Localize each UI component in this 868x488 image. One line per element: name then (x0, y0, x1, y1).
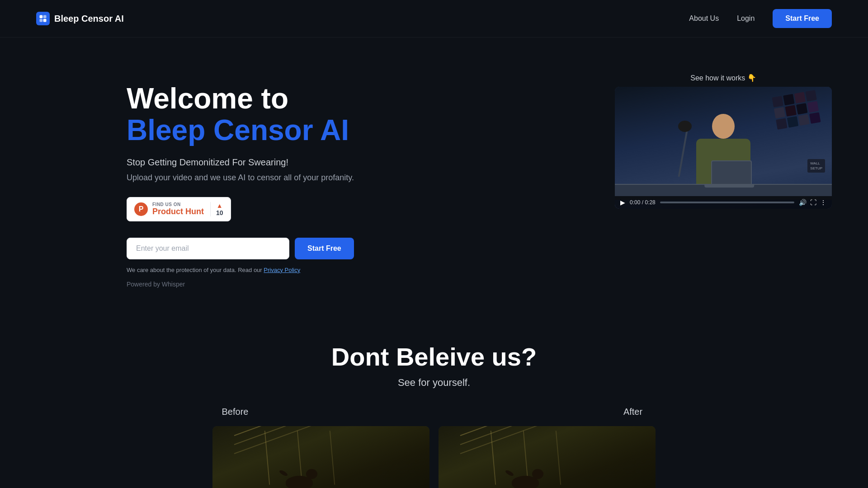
ph-vote-count: 10 (216, 209, 223, 216)
hero-title-line1: Welcome to (127, 83, 398, 114)
video-controls-right: 🔊 ⛶ ⋮ (799, 199, 826, 206)
see-how-label: See how it works 👇 (690, 74, 756, 82)
ph-product-hunt-label: Product Hunt (152, 207, 204, 216)
hero-right: See how it works 👇 (615, 74, 832, 209)
dont-believe-title: Dont Beleive us? (36, 342, 832, 371)
before-video-inner: ANGL (212, 426, 429, 488)
ph-find-us-label: FIND US ON (152, 202, 204, 207)
login-link[interactable]: Login (737, 14, 755, 23)
product-hunt-text: FIND US ON Product Hunt (152, 202, 204, 216)
hero-title-line2: Bleep Censor AI (127, 114, 398, 146)
navbar: Bleep Censor AI About Us Login Start Fre… (0, 0, 868, 38)
hero-subtitle2: Upload your video and we use AI to censo… (127, 173, 398, 183)
svg-rect-3 (43, 19, 47, 22)
hero-subtitle1: Stop Getting Demonitized For Swearing! (127, 157, 398, 168)
volume-button[interactable]: 🔊 (799, 199, 807, 206)
before-after-labels: Before After (36, 407, 832, 417)
time-display: 0:00 / 0:28 (630, 199, 656, 206)
about-us-link[interactable]: About Us (689, 14, 719, 23)
logo[interactable]: Bleep Censor AI (36, 12, 124, 25)
privacy-policy-link[interactable]: Privacy Policy (264, 267, 300, 273)
fullscreen-button[interactable]: ⛶ (810, 199, 816, 206)
dont-believe-subtitle: See for yourself. (36, 377, 832, 389)
demo-video[interactable]: WALL SETUP ▶ 0:00 / 0:28 🔊 ⛶ ⋮ (615, 87, 832, 209)
hero-left: Welcome to Bleep Censor AI Stop Getting … (127, 74, 398, 288)
product-hunt-badge[interactable]: P FIND US ON Product Hunt ▲ 10 (127, 197, 231, 221)
progress-bar[interactable] (660, 202, 794, 203)
powered-by-text: Powered by Whisper (127, 281, 398, 288)
svg-rect-0 (40, 15, 43, 19)
play-button[interactable]: ▶ (620, 199, 625, 206)
start-free-hero-button[interactable]: Start Free (295, 238, 354, 259)
ph-arrow-icon: ▲ (217, 202, 223, 209)
svg-rect-2 (40, 19, 43, 22)
brand-name: Bleep Censor AI (54, 14, 124, 24)
after-label: After (434, 407, 832, 417)
svg-rect-1 (43, 15, 47, 19)
dont-believe-section: Dont Beleive us? See for yourself. Befor… (0, 315, 868, 488)
before-label: Before (36, 407, 434, 417)
logo-icon (36, 12, 50, 25)
video-thumbnail: WALL SETUP (615, 87, 832, 209)
before-after-videos: ANGL (36, 426, 832, 488)
email-form: Start Free (127, 238, 398, 259)
more-options-button[interactable]: ⋮ (820, 199, 826, 206)
navbar-links: About Us Login Start Free (689, 9, 832, 28)
after-video-inner: ANGL (439, 426, 656, 488)
privacy-text: We care about the protection of your dat… (127, 267, 398, 273)
email-input[interactable] (127, 238, 289, 259)
after-video[interactable]: ANGL (439, 426, 656, 488)
product-hunt-logo: P (134, 202, 148, 216)
video-controls: ▶ 0:00 / 0:28 🔊 ⛶ ⋮ (615, 196, 832, 209)
before-video[interactable]: ANGL (212, 426, 429, 488)
ph-vote: ▲ 10 (210, 202, 223, 216)
start-free-nav-button[interactable]: Start Free (773, 9, 832, 28)
hero-section: Welcome to Bleep Censor AI Stop Getting … (0, 38, 868, 315)
